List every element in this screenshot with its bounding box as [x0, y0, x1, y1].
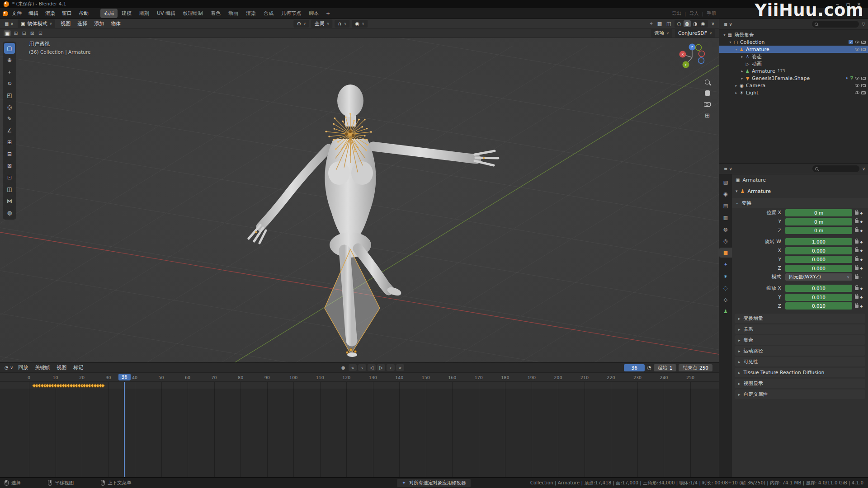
select-box-tool[interactable]: ▢	[4, 43, 15, 54]
lock-icon[interactable]	[855, 229, 859, 232]
section-视图显示[interactable]: ▸视图显示	[735, 379, 865, 388]
shading-material-icon[interactable]: ◑	[692, 20, 699, 27]
viewport-menu-物体[interactable]: 物体	[108, 19, 124, 28]
menu-编辑[interactable]: 编辑	[25, 9, 42, 18]
tree-caret-icon[interactable]: ▾	[728, 40, 733, 44]
tree-caret-icon[interactable]: ▾	[734, 47, 739, 52]
auto-keyframe-button[interactable]: ●	[339, 364, 347, 371]
timeline-menu-标记[interactable]: 标记	[70, 363, 86, 372]
pan-hand-icon[interactable]	[705, 90, 710, 96]
transform-field-Z[interactable]: 0 m	[785, 227, 852, 234]
select-mode-3-icon[interactable]: ⊠	[29, 30, 36, 36]
eye-icon[interactable]	[855, 41, 859, 43]
keyframe-decorator-icon[interactable]: ◆	[859, 258, 864, 262]
menu-帮助[interactable]: 帮助	[75, 9, 92, 18]
timeline-menu-视图[interactable]: 视图	[53, 363, 70, 372]
scale-tool[interactable]: ◰	[4, 90, 15, 101]
next-keyframe-button[interactable]: ›	[387, 364, 395, 371]
properties-tab-modifiers[interactable]: ✦	[720, 259, 731, 269]
select-mode-4-icon[interactable]: ⊡	[37, 30, 44, 36]
keyframe-decorator-icon[interactable]: ◆	[859, 249, 864, 253]
tree-caret-icon[interactable]: ▸	[734, 91, 739, 95]
workspace-tab-合成[interactable]: 合成	[260, 9, 277, 18]
add-cube-tool[interactable]: ⊞	[4, 137, 15, 148]
outliner-editor-type-icon[interactable]: ≣ ∨	[722, 21, 734, 27]
select-mode-0-icon[interactable]: ▣	[4, 30, 11, 36]
playhead[interactable]	[124, 382, 125, 477]
tree-caret-icon[interactable]: ▾	[722, 33, 727, 37]
properties-editor-type-icon[interactable]: ≡ ∨	[722, 166, 734, 172]
keyframe-decorator-icon[interactable]: ◆	[859, 304, 864, 308]
menu-窗口[interactable]: 窗口	[59, 9, 75, 18]
keyframe-decorator-icon[interactable]: ◆	[859, 211, 864, 215]
proportional-editing-dropdown[interactable]: ◉ ∨	[352, 20, 368, 28]
tree-caret-icon[interactable]: ▸	[740, 69, 745, 73]
gizmo-axis-x-neg[interactable]	[699, 51, 705, 57]
section-运动路径[interactable]: ▸运动路径	[735, 346, 865, 356]
section-自定义属性[interactable]: ▸自定义属性	[735, 389, 865, 399]
transform-orientation-dropdown[interactable]: 全局∨	[311, 19, 333, 28]
outliner-item-Camera[interactable]: ▸◉Camera	[719, 82, 868, 89]
keyframe-decorator-icon[interactable]: ◆	[859, 240, 864, 244]
addon-tool-1-tool[interactable]: ⊟	[4, 149, 15, 160]
workspace-tab-动画[interactable]: 动画	[225, 9, 242, 18]
lock-icon[interactable]	[855, 267, 859, 270]
shading-solid-icon[interactable]: ◍	[684, 20, 691, 27]
transform-pivot-dropdown[interactable]: ⊙ ∨	[294, 20, 309, 28]
preview-range-icon[interactable]: ◔	[647, 365, 651, 371]
outliner-item-Armature[interactable]: ▸♟Armature173	[719, 67, 868, 75]
properties-tab-output[interactable]: ▤	[720, 201, 731, 211]
lock-icon[interactable]	[855, 305, 859, 308]
properties-tab-view-layer[interactable]: ▥	[720, 212, 731, 222]
select-mode-1-icon[interactable]: ⊞	[12, 30, 19, 36]
outliner-item-姿态[interactable]: ▸♙姿态	[719, 53, 868, 60]
keyframe-decorator-icon[interactable]: ◆	[859, 266, 864, 270]
render-visibility-icon[interactable]	[861, 48, 866, 51]
outliner-item-场景集合[interactable]: ▾▦场景集合	[719, 31, 868, 38]
transform-field-位置 X[interactable]: 0 m	[785, 209, 852, 216]
workspace-tab-建模[interactable]: 建模	[118, 9, 135, 18]
gizmo-axis-y-neg[interactable]	[696, 45, 702, 51]
keyframe-decorator-icon[interactable]: ◆	[859, 229, 864, 233]
shading-rendered-icon[interactable]: ◉	[699, 20, 707, 27]
expand-icon[interactable]: ▾	[736, 189, 738, 193]
current-frame-field[interactable]: 36	[624, 364, 645, 371]
transform-field-缩放 X[interactable]: 0.010	[785, 285, 852, 292]
lock-icon[interactable]	[855, 211, 859, 215]
eye-icon[interactable]	[855, 91, 859, 94]
eye-icon[interactable]	[855, 48, 859, 51]
properties-tab-particles[interactable]: ∗	[720, 271, 731, 281]
cursor-tool[interactable]: ⊕	[4, 55, 15, 66]
render-visibility-icon[interactable]	[861, 77, 866, 80]
play-button[interactable]: ▷	[377, 364, 385, 371]
workspace-tab-布局[interactable]: 布局	[100, 9, 118, 18]
link-导入[interactable]: 导入	[689, 10, 698, 17]
menu-文件[interactable]: 文件	[9, 9, 25, 18]
workspace-tab-雕刻[interactable]: 雕刻	[136, 9, 153, 18]
ortho-toggle-icon[interactable]: ⊞	[705, 113, 710, 118]
datablock-name-row[interactable]: ▾ ♟ Armature	[732, 185, 868, 197]
viewport-menu-添加[interactable]: 添加	[91, 19, 107, 28]
keyframe-decorator-icon[interactable]: ◆	[859, 286, 864, 291]
addon-tool-2-tool[interactable]: ⊠	[4, 160, 15, 171]
lock-icon[interactable]	[855, 240, 859, 244]
properties-tab-constraints[interactable]: ◇	[720, 295, 731, 305]
transform-field-模式[interactable]: 四元数(WXYZ)∨	[785, 273, 852, 281]
transform-field-Y[interactable]: 0.010	[785, 294, 852, 301]
addon-tool-6-tool[interactable]: ◍	[4, 207, 15, 218]
workspace-tab-渲染[interactable]: 渲染	[242, 9, 259, 18]
properties-tab-physics[interactable]: ◌	[720, 283, 731, 293]
eye-icon[interactable]	[855, 84, 859, 87]
workspace-tab-着色[interactable]: 着色	[207, 9, 224, 18]
tree-caret-icon[interactable]: ▸	[740, 76, 745, 80]
snapping-dropdown[interactable]: ∩∨	[335, 20, 350, 28]
timeline-ruler[interactable]: 36 0102030405060708090100110120130140150…	[0, 373, 719, 382]
shading-wireframe-icon[interactable]: ○	[676, 20, 683, 27]
render-visibility-icon[interactable]	[861, 91, 866, 94]
outliner-item-Light[interactable]: ▸☀Light	[719, 89, 868, 96]
conjuresdf-dropdown[interactable]: ConjureSDF∨	[675, 29, 715, 38]
keyframe-decorator-icon[interactable]: ◆	[859, 295, 864, 299]
timeline-menu-回放[interactable]: 回放	[15, 363, 31, 372]
transform-field-Y[interactable]: 0.000	[785, 256, 852, 263]
eye-icon[interactable]	[855, 77, 859, 80]
